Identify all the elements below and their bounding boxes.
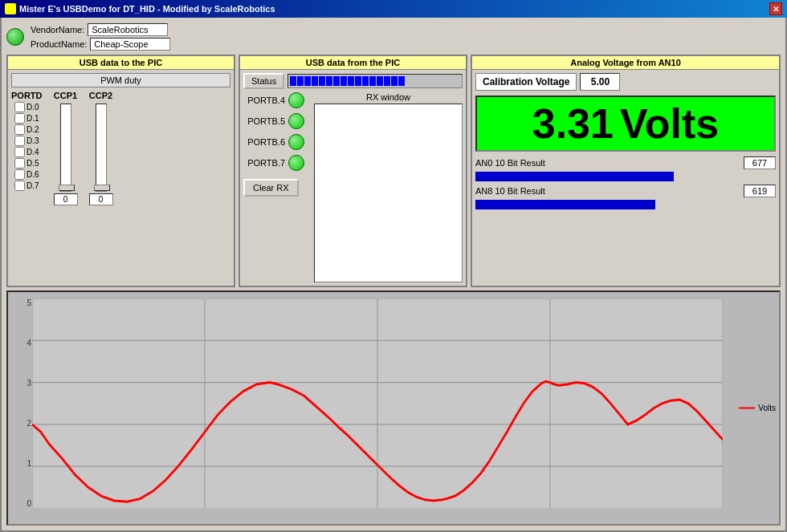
ccp1-label: CCP1 <box>54 91 77 100</box>
title-text: Mister E's USBDemo for DT_HID - Modified… <box>19 4 275 14</box>
portd-bit-5: D.5 <box>14 158 39 169</box>
seg4 <box>312 76 318 86</box>
portb5-led <box>288 113 304 129</box>
an8-row: AN8 10 Bit Result 619 <box>475 185 776 197</box>
portd-group: PORTD D.0 D.1 D.2 <box>11 91 43 191</box>
portb6-row: PORTB.6 <box>243 134 304 150</box>
vendor-name-value: ScaleRobotics <box>88 23 168 36</box>
vendor-info: VendorName: ScaleRobotics ProductName: C… <box>31 23 170 51</box>
portd-bit-4: D.4 <box>14 147 39 157</box>
seg2 <box>297 76 304 86</box>
portd-bit-2: D.2 <box>14 124 39 135</box>
an0-value: 677 <box>744 156 776 169</box>
an8-progress-bar <box>475 200 655 209</box>
portd-check-3[interactable] <box>14 136 25 146</box>
ccp2-slider-thumb[interactable] <box>94 185 110 191</box>
an8-value: 619 <box>744 185 776 197</box>
an0-label: AN0 10 Bit Result <box>475 158 740 168</box>
rx-window-area: RX window <box>314 92 463 282</box>
portb7-label: PORTB.7 <box>243 158 285 168</box>
legend-label: Volts <box>758 404 776 412</box>
y-label-4: 4 <box>27 339 31 347</box>
portb7-row: PORTB.7 <box>243 155 304 171</box>
seg7 <box>333 76 340 86</box>
product-name-row: ProductName: Cheap-Scope <box>31 38 170 51</box>
seg5 <box>319 76 325 86</box>
y-label-0: 0 <box>27 499 31 508</box>
portb4-led <box>288 92 304 108</box>
portd-bit-7: D.7 <box>14 181 39 191</box>
voltage-unit: Volts <box>620 99 719 148</box>
seg1 <box>290 76 296 86</box>
ccp1-slider-thumb[interactable] <box>59 185 75 191</box>
portd-check-0[interactable] <box>14 102 25 112</box>
portb-and-rx: PORTB.4 PORTB.5 PORTB.6 PORTB.7 <box>243 92 463 282</box>
portd-check-2[interactable] <box>14 124 25 135</box>
panels-row: USB data to the PIC PWM duty PORTD D.0 D… <box>6 55 781 287</box>
seg14 <box>384 76 390 86</box>
analog-content: Calibration Voltage 5.00 3.31 Volts AN0 … <box>472 70 779 286</box>
portd-check-5[interactable] <box>14 158 25 169</box>
ccp2-label: CCP2 <box>89 91 112 100</box>
vendor-name-label: VendorName: <box>31 25 84 35</box>
seg10 <box>355 76 361 86</box>
analog-header: Analog Voltage from AN10 <box>472 56 779 70</box>
usb-from-pic-panel: USB data from the PIC Status <box>239 55 467 287</box>
chart-area: 5 4 3 2 1 0 <box>6 290 781 526</box>
progress-segments <box>288 75 406 87</box>
portd-check-4[interactable] <box>14 147 25 157</box>
portb5-row: PORTB.5 <box>243 113 304 129</box>
clear-rx-button[interactable]: Clear RX <box>243 179 299 197</box>
portb-leds: PORTB.4 PORTB.5 PORTB.6 PORTB.7 <box>243 92 304 282</box>
y-axis-labels: 5 4 3 2 1 0 <box>11 298 31 509</box>
rx-window-label: RX window <box>314 92 463 102</box>
top-info-row: VendorName: ScaleRobotics ProductName: C… <box>6 22 781 51</box>
analog-panel: Analog Voltage from AN10 Calibration Vol… <box>471 55 781 287</box>
portd-check-7[interactable] <box>14 181 25 191</box>
portd-check-1[interactable] <box>14 113 25 124</box>
portb4-label: PORTB.4 <box>243 95 285 105</box>
ccp2-slider-track <box>96 104 107 192</box>
portb6-led <box>288 134 304 150</box>
portb6-label: PORTB.6 <box>243 137 285 147</box>
portd-row: PORTD D.0 D.1 D.2 <box>11 91 230 205</box>
chart-svg <box>32 298 723 509</box>
seg16 <box>398 76 405 86</box>
status-row: Status <box>243 73 463 89</box>
voltage-number: 3.31 <box>532 99 614 148</box>
seg15 <box>391 76 398 86</box>
y-label-1: 1 <box>27 459 31 468</box>
status-button[interactable]: Status <box>243 73 284 89</box>
usb-to-pic-panel: USB data to the PIC PWM duty PORTD D.0 D… <box>6 55 235 287</box>
calibration-row: Calibration Voltage 5.00 <box>475 73 776 91</box>
portd-bit-3: D.3 <box>14 136 39 146</box>
seg9 <box>348 76 354 86</box>
portd-bit-6: D.6 <box>14 169 39 180</box>
ccp1-slider-track <box>60 104 71 192</box>
calibration-label: Calibration Voltage <box>475 73 577 91</box>
title-bar: Mister E's USBDemo for DT_HID - Modified… <box>0 0 787 18</box>
chart-legend: Volts <box>739 404 776 412</box>
close-button[interactable]: ✕ <box>769 2 782 15</box>
seg13 <box>377 76 383 86</box>
ccp1-group: CCP1 0 <box>54 91 78 205</box>
rx-textarea[interactable] <box>314 104 463 282</box>
connection-status-light <box>6 28 24 46</box>
portb5-label: PORTB.5 <box>243 116 285 126</box>
usb-from-pic-header: USB data from the PIC <box>240 56 466 70</box>
pwm-label: PWM duty <box>11 73 230 87</box>
portd-bit-1: D.1 <box>14 113 39 124</box>
seg11 <box>362 76 369 86</box>
legend-line <box>739 407 755 408</box>
chart-inner <box>32 298 723 509</box>
an8-label: AN8 10 Bit Result <box>475 186 740 196</box>
seg6 <box>326 76 332 86</box>
seg8 <box>340 76 347 86</box>
portd-check-6[interactable] <box>14 169 25 180</box>
voltage-display: 3.31 Volts <box>475 95 776 152</box>
an0-row: AN0 10 Bit Result 677 <box>475 156 776 169</box>
portd-bit-0: D.0 <box>14 102 39 112</box>
product-name-value: Cheap-Scope <box>90 38 170 51</box>
usb-to-pic-header: USB data to the PIC <box>8 56 234 70</box>
portb7-led <box>288 155 304 171</box>
